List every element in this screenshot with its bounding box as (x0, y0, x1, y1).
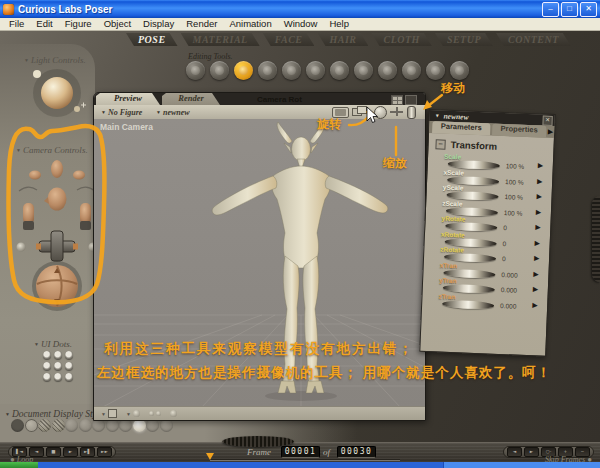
color-tool[interactable] (354, 61, 373, 80)
ui-dot[interactable] (54, 351, 62, 359)
go-last-button[interactable]: ►► (97, 447, 112, 457)
tracking-balls-icon[interactable] (149, 411, 161, 416)
dial-options-icon[interactable]: ▶ (538, 161, 544, 169)
actor-dropdown[interactable]: ▼newnew (156, 108, 190, 117)
dial-options-icon[interactable]: ▶ (533, 270, 539, 278)
tab-overflow-icon[interactable]: ▶ (548, 128, 554, 136)
menu-item[interactable]: Animation (223, 18, 277, 30)
pan-cross-icon[interactable] (390, 107, 403, 116)
left-hand-control[interactable] (23, 203, 34, 224)
left-hand-camera-icon[interactable] (29, 171, 41, 180)
scale-tool[interactable] (282, 61, 301, 80)
right-hand-camera-icon[interactable] (73, 171, 85, 180)
dolly-capsule-icon[interactable] (407, 106, 416, 119)
timeline-thumb[interactable] (206, 453, 214, 460)
close-icon[interactable]: ✕ (542, 115, 552, 125)
ui-dot[interactable] (65, 373, 73, 381)
display-style-label[interactable]: ▼Document Display Style (5, 409, 104, 419)
close-button[interactable]: ✕ (580, 2, 597, 17)
camera-frame-icon[interactable] (332, 107, 349, 118)
current-frame-display[interactable]: 00001 (281, 446, 320, 458)
collapse-section-icon[interactable]: − (435, 139, 445, 149)
tab-render[interactable]: Render (162, 93, 220, 105)
rotate-tool[interactable] (186, 61, 205, 80)
play-button[interactable]: ► (63, 447, 78, 457)
camera-controls-label[interactable]: ▼Camera Controls. (16, 145, 88, 155)
tab-preview[interactable]: Preview (96, 93, 160, 105)
menu-item[interactable]: Figure (59, 18, 98, 30)
side-drawer-handle[interactable] (592, 196, 600, 282)
figure-dropdown[interactable]: ▼No Figure (101, 108, 142, 117)
rotate-trackball-icon[interactable] (374, 106, 387, 119)
bottom-drawer-handle[interactable] (222, 436, 294, 447)
taskbar-button[interactable] (443, 462, 600, 468)
style-lit-wireframe[interactable] (65, 419, 78, 432)
room-tab[interactable]: MATERIAL (181, 33, 260, 46)
next-frame-button[interactable]: ►▌ (80, 447, 95, 457)
menu-item[interactable]: Render (180, 18, 223, 30)
menu-item[interactable]: File (3, 18, 30, 30)
room-tab[interactable]: FACE (263, 33, 315, 46)
translate-pull-tool[interactable] (234, 61, 253, 80)
start-button-edge[interactable] (0, 462, 38, 468)
menu-item[interactable]: Window (278, 18, 324, 30)
tracking-ball-icon[interactable] (170, 410, 177, 417)
ui-dot[interactable] (54, 373, 62, 381)
ui-dots-label[interactable]: ▼UI Dots. (34, 339, 72, 349)
grouping-tool[interactable] (378, 61, 397, 80)
menu-item[interactable]: Edit (30, 18, 58, 30)
dial-options-icon[interactable]: ▶ (533, 285, 539, 293)
preview-viewport[interactable]: Main Camera (94, 119, 425, 409)
view-magnifier-tool[interactable] (402, 61, 421, 80)
timeline-track[interactable] (210, 459, 400, 461)
translate-inout-tool[interactable] (258, 61, 277, 80)
move-y-control[interactable] (51, 231, 63, 261)
room-tab[interactable]: POSE (126, 33, 178, 46)
pane-layout-icon[interactable] (391, 95, 403, 105)
stop-button[interactable]: ■ (46, 447, 61, 457)
depth-cue-menu[interactable]: ▼ (101, 409, 117, 418)
ui-dot[interactable] (43, 351, 51, 359)
morph-tool[interactable] (426, 61, 445, 80)
dial-options-icon[interactable]: ▶ (535, 239, 541, 247)
dial-options-icon[interactable]: ▶ (536, 208, 542, 216)
room-tab[interactable]: SETUP (435, 33, 493, 46)
taper-tool[interactable] (306, 61, 325, 80)
parameter-dial[interactable] (442, 299, 494, 309)
dial-options-icon[interactable]: ▶ (536, 192, 542, 200)
minimize-button[interactable]: – (542, 2, 559, 17)
scale-ball-left[interactable] (17, 243, 26, 252)
style-hidden-line[interactable] (52, 419, 65, 432)
total-frames-display[interactable]: 00030 (337, 446, 376, 458)
tab-parameters[interactable]: Parameters (432, 121, 490, 135)
menu-item[interactable]: Help (323, 18, 355, 30)
restore-button[interactable]: □ (561, 2, 578, 17)
light-indicator-1[interactable] (33, 70, 41, 78)
ui-dot[interactable] (43, 362, 51, 370)
style-outline[interactable] (25, 419, 38, 432)
windows-taskbar[interactable] (0, 462, 600, 468)
face-camera-icon[interactable] (51, 160, 63, 178)
twist-tool[interactable] (210, 61, 229, 80)
direct-manipulation-tool[interactable] (450, 61, 469, 80)
chain-break-tool[interactable] (330, 61, 349, 80)
camera-double-frame-icon[interactable] (352, 106, 368, 116)
dial-options-icon[interactable]: ▶ (534, 254, 540, 262)
menu-item[interactable]: Object (98, 18, 137, 30)
room-tab[interactable]: HAIR (317, 33, 368, 46)
dial-options-icon[interactable]: ▶ (532, 301, 538, 309)
camera-name-label[interactable]: Main Camera (100, 122, 153, 132)
menu-item[interactable]: Display (137, 18, 180, 30)
light-ball[interactable] (41, 77, 73, 109)
tab-properties[interactable]: Properties (492, 124, 546, 138)
light-indicator-2[interactable] (74, 106, 80, 112)
ui-dot[interactable] (65, 362, 73, 370)
head-camera-icon[interactable] (48, 188, 67, 211)
room-tab[interactable]: CLOTH (371, 33, 431, 46)
light-controls-label[interactable]: ▼Light Controls. (24, 55, 86, 65)
light-controls-widget[interactable] (27, 65, 87, 123)
dial-options-icon[interactable]: ▶ (537, 177, 543, 185)
ui-dot[interactable] (43, 373, 51, 381)
ui-dot[interactable] (54, 362, 62, 370)
dial-options-icon[interactable]: ▶ (535, 223, 541, 231)
